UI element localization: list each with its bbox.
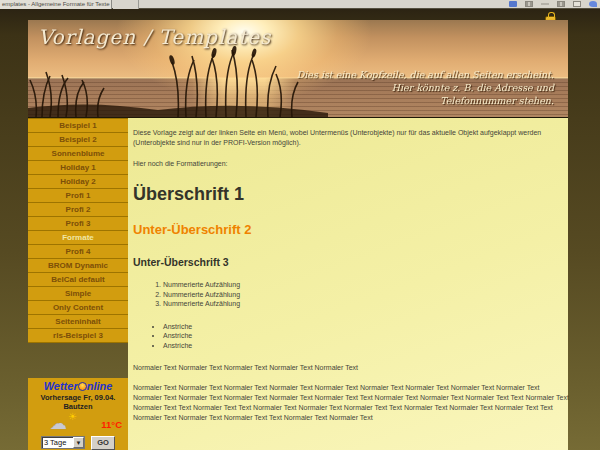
bullet-list-item: Anstriche: [163, 322, 564, 332]
numbered-list-item: Nummerierte Aufzählung: [163, 280, 564, 290]
normal-text-paragraph-1: Normaler Text Normaler Text Normaler Tex…: [133, 363, 567, 373]
toolbar-window-icon[interactable]: [573, 1, 581, 7]
heading-2: Unter-Überschrift 2: [133, 222, 564, 237]
numbered-list-item: Nummerierte Aufzählung: [163, 299, 564, 309]
sidebar-item-holiday-1[interactable]: Holiday 1: [28, 161, 128, 175]
toolbar-bookmark-icon[interactable]: [509, 1, 517, 7]
forecast-controls: 3 Tage ▼ GO: [28, 436, 128, 450]
sidebar-item-seiteninhalt[interactable]: Seiteninhalt: [28, 315, 128, 329]
sidebar-item-holiday-2[interactable]: Holiday 2: [28, 175, 128, 189]
bullet-list: Anstriche Anstriche Anstriche: [133, 322, 564, 351]
dune-grass-silhouette: [28, 42, 328, 117]
numbered-list: Nummerierte Aufzählung Nummerierte Aufzä…: [133, 280, 564, 309]
logo-text-wetter: Wetter: [44, 380, 78, 392]
browser-tab[interactable]: emplates - Allgemeine Formate für Texte …: [0, 0, 112, 9]
wetteronline-logo[interactable]: Wetternline: [28, 378, 128, 393]
sidebar-item-beispiel-1[interactable]: Beispiel 1: [28, 119, 128, 133]
browser-toolbar-icons: [509, 1, 597, 8]
browser-chrome-strip: emplates - Allgemeine Formate für Texte …: [0, 0, 600, 9]
sidebar-item-simple[interactable]: Simple: [28, 287, 128, 301]
sidebar-item-profi-1[interactable]: Profi 1: [28, 189, 128, 203]
forecast-date: Vorhersage Fr, 09.04.: [28, 393, 128, 402]
chevron-down-icon[interactable]: ▼: [73, 437, 84, 448]
forecast-range-value: 3 Tage: [42, 438, 73, 447]
toolbar-tiles-icon[interactable]: [557, 1, 565, 7]
temperature-value: 11°C: [101, 419, 122, 430]
cloud-icon: ☁: [50, 413, 67, 434]
numbered-list-item: Nummerierte Aufzählung: [163, 290, 564, 300]
header-tagline: Dies ist eine Kopfzeile, die auf allen S…: [297, 68, 554, 107]
page-header: Vorlagen / Templates Dies ist eine Kopfz…: [28, 20, 568, 118]
sidebar-item-profi-3[interactable]: Profi 3: [28, 217, 128, 231]
forecast-range-select[interactable]: 3 Tage ▼: [41, 436, 85, 449]
weather-widget: Wetternline Vorhersage Fr, 09.04. Bautze…: [28, 378, 128, 450]
logo-text-nline: nline: [87, 380, 113, 392]
bullet-list-item: Anstriche: [163, 341, 564, 351]
normal-text-paragraph-2: Normaler Text Normaler Text Normaler Tex…: [133, 383, 569, 423]
tagline-line-1: Dies ist eine Kopfzeile, die auf allen S…: [297, 68, 554, 81]
tagline-line-3: Telefonnummer stehen.: [297, 94, 554, 107]
sidebar-item-only-content[interactable]: Only Content: [28, 301, 128, 315]
sidebar-item-profi-2[interactable]: Profi 2: [28, 203, 128, 217]
intro-paragraph: Diese Vorlage zeigt auf der linken Seite…: [133, 128, 567, 148]
formats-intro-line: Hier noch die Formatierungen:: [133, 159, 564, 169]
sidebar-item-profi-4[interactable]: Profi 4: [28, 245, 128, 259]
toolbar-help-icon[interactable]: [589, 1, 597, 7]
heading-3: Unter-Überschrift 3: [133, 256, 564, 268]
site-title: Vorlagen / Templates: [38, 25, 271, 49]
sidebar-item-brom-dynamic[interactable]: BROM Dynamic: [28, 259, 128, 273]
sidebar-item-beispiel-2[interactable]: Beispiel 2: [28, 133, 128, 147]
sun-behind-cloud-icon: ☀: [68, 411, 77, 422]
tagline-line-2: Hier könnte z. B. die Adresse und: [297, 81, 554, 94]
sidebar-item-rls-beispiel-3[interactable]: rls-Beispiel 3: [28, 329, 128, 343]
toolbar-minimize-icon[interactable]: [541, 1, 549, 7]
browser-tab-stub[interactable]: [113, 0, 139, 9]
sidebar-menu: Beispiel 1 Beispiel 2 Sonnenblume Holida…: [28, 118, 128, 343]
go-button[interactable]: GO: [91, 436, 115, 450]
forecast-city: Bautzen: [28, 402, 128, 411]
sidebar-item-formate[interactable]: Formate: [28, 231, 128, 245]
heading-1: Überschrift 1: [133, 184, 564, 205]
bullet-list-item: Anstriche: [163, 331, 564, 341]
toolbar-grid-icon[interactable]: [525, 1, 533, 7]
sidebar-item-belcal-default[interactable]: BelCal default: [28, 273, 128, 287]
sun-icon: [78, 382, 87, 391]
forecast-row: ☀ ☁ 11°C: [28, 413, 128, 435]
sidebar-item-sonnenblume[interactable]: Sonnenblume: [28, 147, 128, 161]
main-content: Diese Vorlage zeigt auf der linken Seite…: [128, 118, 568, 450]
